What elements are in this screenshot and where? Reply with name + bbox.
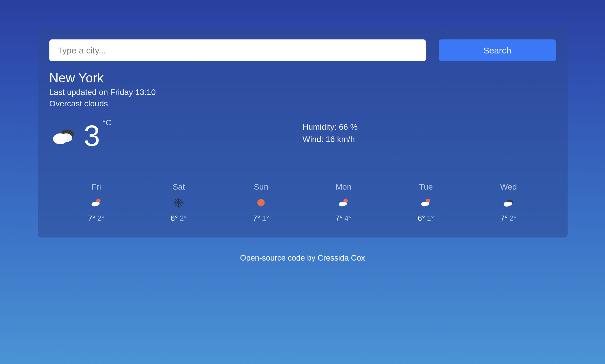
forecast-temps: 7°1° [253,214,269,223]
forecast-temps: 7°4° [335,214,352,223]
current-stats: Humidity: 66 % Wind: 16 km/h [302,121,556,145]
forecast-weather-icon [502,196,516,210]
current-left: 3 °C [49,121,303,150]
forecast-item: Sun7°1° [253,182,269,223]
forecast-day: Tue [419,182,433,192]
forecast-day: Sun [254,182,268,192]
forecast-weather-icon [89,196,103,210]
forecast-weather-icon [419,196,433,210]
forecast-low: 2° [509,214,517,223]
svg-point-27 [504,202,510,207]
forecast-day: Mon [336,182,351,192]
forecast-weather-icon [336,196,350,210]
forecast-item: Mon7°4° [335,182,352,223]
forecast-high: 7° [253,214,260,223]
wind-line: Wind: 16 km/h [302,133,556,145]
footer-author-link[interactable]: Cressida Cox [318,254,365,262]
forecast-high: 7° [335,214,343,223]
forecast-low: 4° [344,214,352,223]
forecast-low: 1° [262,214,269,223]
search-row: Search [49,39,556,61]
forecast-temps: 6°1° [418,214,434,223]
current-temperature: 3 [84,121,100,150]
forecast-temps: 6°2° [171,214,187,223]
temperature-unit[interactable]: °C [102,118,111,127]
svg-point-5 [92,202,98,207]
forecast-low: 1° [427,214,434,223]
current-weather-icon [49,121,79,150]
svg-point-2 [53,134,67,145]
forecast-day: Sat [172,182,185,192]
forecast-item: Fri7°2° [88,182,105,223]
forecast-item: Sat6°2° [171,182,187,223]
forecast-high: 7° [500,214,508,223]
forecast-day: Wed [500,182,517,192]
forecast-low: 2° [179,214,187,223]
forecast-low: 2° [97,214,104,223]
location-block: New York Last updated on Friday 13:10 Ov… [49,71,556,109]
current-conditions: 3 °C Humidity: 66 % Wind: 16 km/h [49,121,556,150]
svg-point-18 [257,199,265,207]
search-button[interactable]: Search [439,39,556,61]
svg-point-21 [339,202,345,207]
forecast-row: Fri7°2°Sat6°2°Sun7°1°Mon7°4°Tue6°1°Wed7°… [49,182,556,223]
forecast-temps: 7°2° [500,214,517,223]
last-updated: Last updated on Friday 13:10 [49,86,556,98]
forecast-item: Tue6°1° [418,182,434,223]
city-search-input[interactable] [49,39,426,61]
weather-card: Search New York Last updated on Friday 1… [38,28,568,238]
weather-description: Overcast clouds [49,98,556,109]
forecast-temps: 7°2° [88,214,105,223]
forecast-day: Fri [91,182,101,192]
footer-credit: Open-source code by Cressida Cox [0,254,605,263]
footer-prefix: Open-source code by [240,254,318,262]
forecast-high: 6° [171,214,178,223]
city-name: New York [49,71,556,85]
forecast-weather-icon [254,196,268,210]
forecast-high: 7° [88,214,96,223]
forecast-item: Wed7°2° [500,182,517,223]
forecast-weather-icon [172,196,186,210]
svg-point-24 [421,202,427,207]
forecast-high: 6° [418,214,425,223]
humidity-line: Humidity: 66 % [302,121,556,133]
